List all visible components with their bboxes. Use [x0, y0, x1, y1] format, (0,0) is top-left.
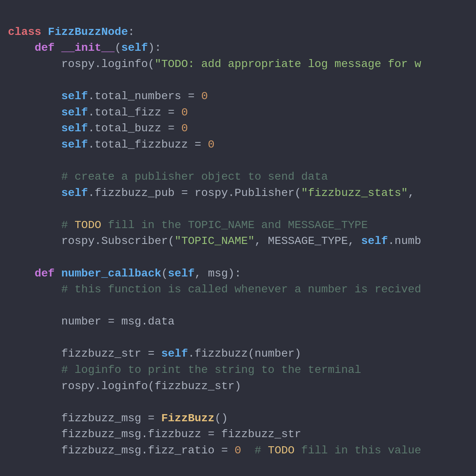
line-fizzbuzz-msg-assign: fizzbuzz_msg = FizzBuzz(): [8, 412, 228, 424]
line-number-assign: number = msg.data: [8, 315, 175, 328]
code-editor: class FizzBuzzNode: def __init__(self): …: [8, 8, 476, 459]
line-loginfo-fizzbuzz: rospy.loginfo(fizzbuzz_str): [8, 380, 241, 392]
line-comment-loginfo: # loginfo to print the string to the ter…: [8, 364, 361, 376]
line-total-buzz: self.total_buzz = 0: [8, 122, 188, 134]
line-comment-todo-subscriber: # TODO fill in the TOPIC_NAME and MESSAG…: [8, 219, 368, 231]
line-total-fizzbuzz: self.total_fizzbuzz = 0: [8, 138, 215, 151]
line-fizzbuzz-str: fizzbuzz_str = self.fizzbuzz(number): [8, 347, 301, 360]
line-comment-function: # this function is called whenever a num…: [8, 283, 421, 296]
line-fizzbuzz-msg-fizzbuzz: fizzbuzz_msg.fizzbuzz = fizzbuzz_str: [8, 428, 301, 440]
line-comment-publisher: # create a publisher object to send data: [8, 171, 328, 183]
line-def-callback: def number_callback(self, msg):: [8, 267, 241, 280]
line-total-fizz: self.total_fizz = 0: [8, 106, 188, 119]
line-total-numbers: self.total_numbers = 0: [8, 90, 208, 102]
line-def-init: def __init__(self):: [8, 42, 161, 54]
line-class-keyword: class FizzBuzzNode:: [8, 26, 134, 38]
line-loginfo-todo: rospy.loginfo("TODO: add appropriate log…: [8, 58, 421, 70]
line-fizzbuzz-msg-ratio: fizzbuzz_msg.fizz_ratio = 0 # TODO fill …: [8, 444, 421, 457]
line-subscriber: rospy.Subscriber("TOPIC_NAME", MESSAGE_T…: [8, 235, 421, 247]
line-fizzbuzz-pub: self.fizzbuzz_pub = rospy.Publisher("fiz…: [8, 187, 415, 199]
